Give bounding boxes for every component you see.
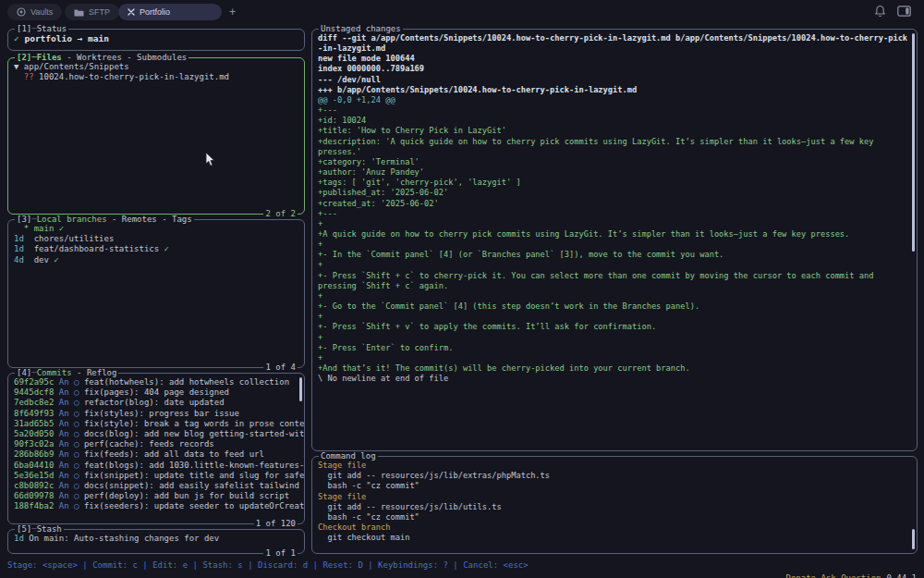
- commit-row[interactable]: 8f649f93 An ○ fix(styles): progress bar …: [14, 409, 300, 419]
- diff-line[interactable]: new file mode 100644: [318, 54, 913, 64]
- log-line: bash -c "cz commit": [318, 481, 913, 491]
- diff-line[interactable]: presses.': [318, 147, 913, 157]
- log-line: Stage file: [318, 461, 913, 471]
- tab-portfolio[interactable]: Portfolio: [118, 4, 222, 20]
- diff-line[interactable]: +id: 10024: [318, 116, 913, 126]
- bell-icon[interactable]: [874, 5, 886, 18]
- lazygit-screen: { "colors":{"bg":"#14151e","border":"#59…: [0, 0, 924, 578]
- commit-row[interactable]: 31ad65b5 An ○ fix(style): break a tag wo…: [14, 419, 300, 429]
- branches-list: * main ✓1d chores/utilities1d feat/dashb…: [8, 220, 304, 367]
- keybinding-hint: Stash: s: [202, 560, 242, 570]
- commit-row[interactable]: 5a20d050 An ○ docs(blog): add new blog g…: [14, 429, 300, 439]
- diff-line[interactable]: pressing `Shift + c` again.: [318, 281, 913, 291]
- diff-line[interactable]: +- Press `Enter` to confirm.: [318, 343, 913, 353]
- command-log-panel[interactable]: Command log Stage file git add -- resour…: [311, 456, 918, 554]
- vault-icon: [17, 7, 26, 17]
- diff-line[interactable]: +- Press `Shift + c` to cherry-pick it. …: [318, 271, 913, 281]
- commit-row[interactable]: 5e36e15d An ○ fix(snippet): update title…: [14, 471, 300, 481]
- diff-line[interactable]: +description: 'A quick guide on how to c…: [318, 137, 913, 147]
- keybinding-separator: |: [78, 560, 92, 570]
- diff-line[interactable]: +A quick guide on how to cherry pick com…: [318, 229, 913, 240]
- file-row[interactable]: ▼ app/Contents/Snippets: [14, 62, 300, 72]
- commit-row[interactable]: 286b86b9 An ○ fix(feeds): add all data t…: [14, 449, 300, 460]
- diff-line[interactable]: diff --git a/app/Contents/Snippets/10024…: [318, 33, 913, 43]
- topbar-icons: [874, 5, 911, 18]
- diff-line[interactable]: +- Press `Shift + v` to apply the commit…: [318, 322, 913, 332]
- branch-row[interactable]: 4d dev ✓: [14, 255, 300, 265]
- command-log-scrollbar[interactable]: [912, 529, 915, 549]
- stash-panel[interactable]: [5]─Stash 1d On main: Auto-stashing chan…: [7, 529, 305, 554]
- diff-line[interactable]: +And that’s it! The commit(s) will be ch…: [318, 363, 913, 374]
- tab-bar: Vaults SFTP Portfolio +: [0, 0, 924, 24]
- log-line: Stage file: [318, 492, 913, 502]
- diff-line[interactable]: +author: 'Anuz Pandey': [318, 167, 913, 178]
- files-list: ▼ app/Contents/Snippets ?? 10024.how-to-…: [8, 58, 304, 214]
- keybinding-separator: |: [448, 560, 463, 570]
- new-tab-button[interactable]: +: [229, 6, 236, 18]
- diff-line[interactable]: -in-lazygit.md: [318, 43, 913, 54]
- diff-line[interactable]: +published_at: '2025-06-02': [318, 188, 913, 198]
- commit-row[interactable]: 69f2a95c An ○ feat(hotwheels): add hotwh…: [14, 377, 300, 387]
- close-icon[interactable]: [128, 8, 135, 16]
- diff-line[interactable]: +category: 'Terminal': [318, 157, 913, 167]
- keybinding-hint: Keybindings: ?: [378, 560, 448, 570]
- branches-count: 1 of 4: [263, 363, 298, 373]
- keybinding-hints: Stage: <space> | Commit: c | Edit: e | S…: [7, 559, 529, 573]
- donate-link[interactable]: Donate: [786, 573, 817, 578]
- keybinding-separator: |: [138, 560, 152, 570]
- diff-line[interactable]: +: [318, 240, 913, 250]
- files-count: 2 of 2: [263, 209, 298, 219]
- branch-row[interactable]: 1d chores/utilities: [14, 234, 300, 244]
- diff-line[interactable]: +created_at: '2025-06-02': [318, 199, 913, 209]
- tab-vaults[interactable]: Vaults: [7, 4, 62, 20]
- commit-row[interactable]: 6ba04410 An ○ feat(blogs): add 1030.litt…: [14, 461, 300, 471]
- keybinding-separator: |: [308, 560, 322, 570]
- commit-row[interactable]: 9445dcf8 An ○ fix(pages): 404 page desig…: [14, 387, 300, 398]
- branch-row[interactable]: 1d feat/dashboard-statistics ✓: [14, 244, 300, 254]
- tab-sftp[interactable]: SFTP: [65, 4, 119, 20]
- commits-scrollbar[interactable]: [299, 377, 302, 401]
- diff-line[interactable]: index 0000000..789a169: [318, 64, 913, 74]
- diff-scrollbar[interactable]: [912, 33, 915, 252]
- unstaged-changes-panel[interactable]: Unstaged changes diff --git a/app/Conten…: [311, 29, 918, 451]
- log-line: git checkout main: [318, 533, 913, 543]
- file-row[interactable]: ?? 10024.how-to-cherry-pick-in-lazygit.m…: [14, 72, 300, 82]
- diff-line[interactable]: +: [318, 291, 913, 301]
- diff-line[interactable]: @@ -0,0 +1,24 @@: [318, 95, 913, 105]
- tab-label: Portfolio: [140, 7, 170, 17]
- commit-row[interactable]: 188f4ba2 An ○ fix(seeders): update seede…: [14, 501, 300, 511]
- tab-label: SFTP: [89, 7, 110, 17]
- diff-line[interactable]: +: [318, 333, 913, 343]
- commit-row[interactable]: 7edbc8e2 An ○ refactor(blog): date updat…: [14, 398, 300, 408]
- keybinding-hint: Edit: e: [152, 560, 188, 570]
- ask-question-link[interactable]: Ask Question: [821, 573, 881, 578]
- diff-line[interactable]: +: [318, 312, 913, 322]
- diff-line[interactable]: +: [318, 260, 913, 270]
- keybinding-hint: Discard: d: [258, 560, 308, 570]
- commit-row[interactable]: c8b0892c An ○ docs(snippet): add easily …: [14, 481, 300, 491]
- diff-line[interactable]: +tags: [ 'git', 'cherry-pick', 'lazygit'…: [318, 178, 913, 188]
- status-panel[interactable]: [1]─Status ✓ portfolio → main: [7, 29, 305, 51]
- diff-line[interactable]: +++ b/app/Contents/Snippets/10024.how-to…: [318, 85, 913, 95]
- diff-line[interactable]: +title: 'How to Cherry Pick in LazyGit': [318, 126, 913, 136]
- diff-line[interactable]: --- /dev/null: [318, 75, 913, 85]
- commits-panel[interactable]: [4]─Commits - Reflog 69f2a95c An ○ feat(…: [7, 373, 305, 524]
- log-line: git add -- resources/js/lib/utils.ts: [318, 502, 913, 512]
- diff-line[interactable]: +- In the `Commit panel` [4] (or `Branch…: [318, 250, 913, 260]
- diff-line[interactable]: +---: [318, 209, 913, 219]
- stash-row[interactable]: 1d On main: Auto-stashing changes for de…: [14, 534, 300, 544]
- status-line: ✓ portfolio → main: [14, 33, 300, 43]
- commits-list: 69f2a95c An ○ feat(hotwheels): add hotwh…: [8, 374, 304, 523]
- branch-row[interactable]: * main ✓: [14, 224, 300, 234]
- branches-panel[interactable]: [3]─Local branches - Remotes - Tags * ma…: [7, 219, 305, 368]
- panel-toggle-icon[interactable]: [897, 6, 911, 17]
- commit-row[interactable]: 66d09978 An ○ perf(deploy): add bun js f…: [14, 491, 300, 501]
- diff-line[interactable]: \ No newline at end of file: [318, 374, 913, 384]
- diff-line[interactable]: +---: [318, 105, 913, 116]
- files-panel[interactable]: [2]─Files - Worktrees - Submodules ▼ app…: [7, 57, 305, 215]
- commit-row[interactable]: 90f3c02a An ○ perf(cache): feeds records: [14, 439, 300, 449]
- diff-line[interactable]: +: [318, 219, 913, 229]
- diff-line[interactable]: +- Go to the `Commit panel` [4] (this st…: [318, 301, 913, 312]
- command-log-list: Stage file git add -- resources/js/lib/e…: [312, 457, 917, 553]
- diff-line[interactable]: +: [318, 353, 913, 363]
